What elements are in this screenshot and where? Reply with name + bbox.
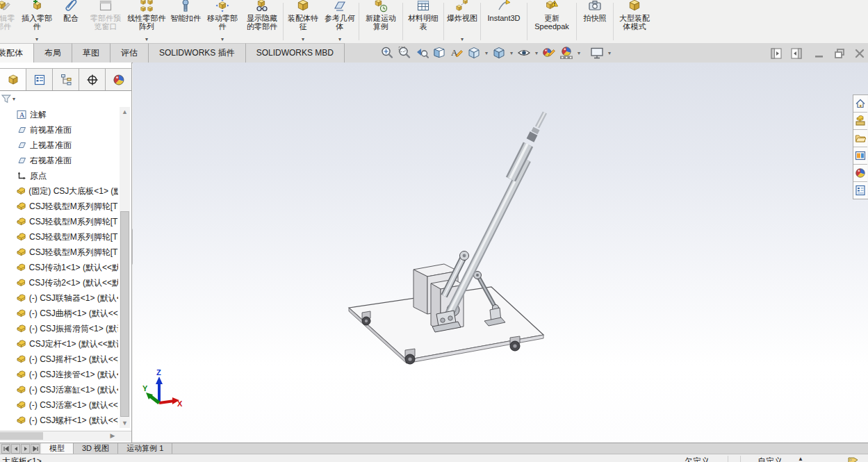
tree-item-component[interactable]: CSJ轻载型M系列脚轮[TM	[0, 229, 118, 245]
restore-icon[interactable]	[833, 47, 846, 60]
file-explorer-icon[interactable]	[853, 130, 867, 147]
tab-assembly[interactable]: 装配体	[0, 43, 34, 63]
next-tab-icon[interactable]	[21, 444, 30, 454]
section-view-icon[interactable]	[431, 44, 448, 61]
instant3d-button[interactable]: Instant3D	[482, 0, 526, 43]
tree-item-component[interactable]: (-) CSJ曲柄<1> (默认<<默	[0, 306, 118, 321]
collapse-left-pane-icon[interactable]	[769, 47, 783, 60]
new-motion-study-button[interactable]: 新建运动算例	[360, 0, 402, 43]
insert-component-button[interactable]: 插入零部件 ▾	[18, 0, 56, 43]
tree-horizontal-scrollbar[interactable]: ▶	[0, 431, 131, 441]
move-component-button[interactable]: 移动零部件 ▾	[203, 0, 242, 43]
tree-item-component[interactable]: (-) CSJ振摇滑筒<1> (默认	[0, 321, 118, 336]
featuremanager-tab[interactable]	[0, 69, 26, 90]
exploded-view-button[interactable]: 爆炸视图 ▾	[445, 0, 480, 43]
doc-tab-3d-views[interactable]: 3D 视图	[74, 443, 118, 454]
doc-tab-model[interactable]: 模型	[41, 443, 74, 454]
tree-item-component[interactable]: (-) CSJ联轴器<1> (默认<<	[0, 290, 118, 306]
last-tab-icon[interactable]	[31, 444, 40, 454]
configuration-caret-icon[interactable]: ▲	[798, 456, 803, 462]
dropdown-caret-icon[interactable]: ▾	[606, 44, 613, 61]
reference-geometry-button[interactable]: 参考几何体 ▾	[322, 0, 358, 43]
tree-item-component[interactable]: (-) CSJ连接管<1> (默认<<	[0, 367, 118, 382]
assembly-model[interactable]: Z X Y	[133, 63, 868, 443]
filter-funnel-icon[interactable]	[1, 94, 12, 104]
linear-component-pattern-button[interactable]: 线性零部件阵列 ▾	[125, 0, 168, 43]
apply-scene-icon[interactable]	[558, 44, 575, 61]
scroll-right-icon[interactable]: ▶	[108, 431, 117, 440]
tab-solidworks-mbd[interactable]: SOLIDWORKS MBD	[246, 43, 345, 63]
minimize-icon[interactable]	[812, 47, 826, 60]
large-assembly-mode-button[interactable]: 大型装配体模式	[614, 0, 655, 43]
assembly-features-button[interactable]: 装配体特征 ▾	[284, 0, 322, 43]
tab-layout[interactable]: 布局	[34, 43, 72, 63]
scroll-up-icon[interactable]: ▲	[120, 107, 130, 117]
piston-cylinder[interactable]	[446, 113, 545, 319]
design-library-icon[interactable]	[853, 113, 867, 130]
custom-properties-icon[interactable]	[853, 182, 867, 199]
scrollbar-thumb[interactable]	[120, 211, 129, 417]
first-tab-icon[interactable]	[1, 444, 10, 454]
tree-item-component[interactable]: CSJ传动2<1> (默认<<默认	[0, 275, 118, 290]
previous-tab-icon[interactable]	[11, 444, 20, 454]
view-settings-icon[interactable]	[589, 44, 605, 61]
tree-item-component[interactable]: CSJ定杆<1> (默认<<默认	[0, 336, 118, 352]
tree-item-top-plane[interactable]: 上视基准面	[0, 138, 118, 153]
caster-wheel[interactable]	[405, 349, 415, 364]
tab-evaluate[interactable]: 评估	[110, 43, 149, 63]
tree-item-right-plane[interactable]: 右视基准面	[0, 153, 118, 168]
view-palette-icon[interactable]	[853, 147, 867, 165]
dimxpertmanager-tab[interactable]	[79, 69, 106, 90]
tree-vertical-scrollbar[interactable]: ▲ ▼	[120, 107, 130, 428]
previous-view-icon[interactable]	[413, 44, 430, 61]
tab-sketch[interactable]: 草图	[72, 43, 110, 63]
take-snapshot-button[interactable]: 拍快照	[578, 0, 612, 43]
tree-item-origin[interactable]: 原点	[0, 168, 118, 183]
tree-item-component[interactable]: CSJ轻载型M系列脚轮[TM	[0, 245, 118, 260]
tree-item-component[interactable]: (-) CSJ活塞缸<1> (默认<<	[0, 382, 118, 397]
mate-button[interactable]: 配合	[56, 0, 86, 43]
tree-item-front-plane[interactable]: 前视基准面	[0, 122, 118, 138]
status-bar: 大底板<1> 欠定义 自定义 ▲	[0, 454, 868, 462]
displaymanager-tab[interactable]	[106, 69, 131, 90]
doc-tab-motion-study[interactable]: 运动算例 1	[118, 443, 172, 454]
solidworks-resources-icon[interactable]	[853, 95, 867, 113]
appearances-scenes-icon[interactable]	[853, 165, 867, 182]
tag-icon[interactable]	[848, 456, 859, 462]
tree-item-component[interactable]: (-) CSJ活塞<1> (默认<<默	[0, 397, 118, 413]
view-orientation-icon[interactable]	[466, 44, 482, 61]
collapse-right-pane-icon[interactable]	[789, 47, 803, 60]
configurationmanager-tab[interactable]	[53, 69, 79, 90]
propertymanager-tab[interactable]	[26, 69, 53, 90]
smart-fasteners-button[interactable]: 智能扣件	[168, 0, 203, 43]
hide-show-items-icon[interactable]	[516, 44, 532, 61]
configuration-status[interactable]: 自定义	[758, 456, 783, 462]
scrollbar-thumb[interactable]	[0, 432, 43, 440]
display-style-icon[interactable]	[491, 44, 507, 61]
dropdown-caret-icon[interactable]: ▾	[508, 44, 515, 61]
tree-item-component[interactable]: (固定) CSJ大底板<1> (默认	[0, 183, 118, 199]
tree-item-component[interactable]: CSJ轻载型M系列脚轮[TM	[0, 199, 118, 214]
dropdown-caret-icon[interactable]: ▾	[13, 96, 15, 102]
caster-wheel[interactable]	[362, 311, 370, 325]
tree-item-component[interactable]: CSJ轻载型M系列脚轮[TM	[0, 214, 118, 229]
caster-wheel[interactable]	[510, 336, 520, 351]
scroll-down-icon[interactable]: ▼	[120, 418, 130, 428]
tree-item-component[interactable]: CSJ传动1<1> (默认<<默认	[0, 260, 118, 275]
graphics-viewport[interactable]: Z X Y	[133, 63, 868, 443]
tree-item-component[interactable]: (-) CSJ螺杆<1> (默认<<默	[0, 413, 118, 428]
dropdown-caret-icon[interactable]: ▾	[533, 44, 540, 61]
dropdown-caret-icon[interactable]: ▾	[575, 44, 582, 61]
tab-solidworks-addins[interactable]: SOLIDWORKS 插件	[149, 43, 246, 63]
bill-of-materials-button[interactable]: 材料明细表	[404, 0, 443, 43]
close-icon[interactable]	[853, 47, 867, 60]
show-hidden-components-button[interactable]: 显示隐藏的零部件	[242, 0, 282, 43]
dynamic-annotation-views-icon[interactable]	[448, 44, 465, 61]
edit-appearance-icon[interactable]	[541, 44, 557, 61]
zoom-to-fit-icon[interactable]	[379, 44, 395, 61]
tree-item-annotations[interactable]: 注解	[0, 107, 118, 122]
tree-item-component[interactable]: (-) CSJ摇杆<1> (默认<<默	[0, 352, 118, 367]
update-speedpak-button[interactable]: 更新 Speedpak	[528, 0, 575, 43]
zoom-to-area-icon[interactable]	[396, 44, 413, 61]
dropdown-caret-icon[interactable]: ▾	[483, 44, 490, 61]
